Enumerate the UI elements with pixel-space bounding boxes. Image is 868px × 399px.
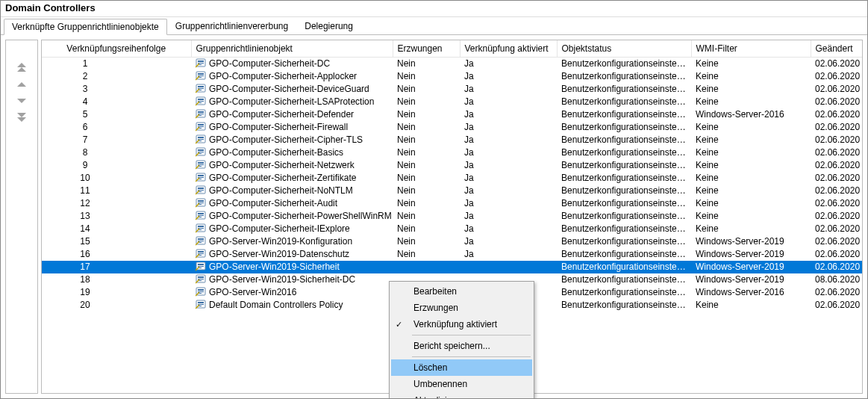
table-row[interactable]: 16GPO-Server-Win2019-DatenschutzNeinJaBe… xyxy=(42,248,863,261)
table-row[interactable]: 6GPO-Computer-Sicherheit-FirewallNeinJaB… xyxy=(42,121,863,134)
gpo-link-icon xyxy=(196,236,206,247)
table-row[interactable]: 5GPO-Computer-Sicherheit-DefenderNeinJaB… xyxy=(42,108,863,121)
col-gpo[interactable]: Gruppenrichtlinienobjekt xyxy=(191,40,393,58)
cell-erz: Nein xyxy=(393,172,460,185)
context-menu-item[interactable]: ✓Verknüpfung aktiviert xyxy=(391,316,532,332)
context-menu-label: Löschen xyxy=(413,362,447,373)
cell-erz xyxy=(393,261,460,273)
table-row[interactable]: 2GPO-Computer-Sicherheit-ApplockerNeinJa… xyxy=(42,70,863,83)
cell-gpo: GPO-Computer-Sicherheit-Defender xyxy=(191,108,393,121)
table-row[interactable]: 4GPO-Computer-Sicherheit-LSAProtectionNe… xyxy=(42,96,863,108)
gpo-name: GPO-Computer-Sicherheit-Netzwerk xyxy=(209,160,355,170)
cell-date: 08.06.2020 18: xyxy=(811,273,863,286)
context-menu-item[interactable]: Bearbeiten xyxy=(391,283,532,300)
col-date[interactable]: Geändert xyxy=(811,40,863,58)
gpo-link-icon xyxy=(196,274,206,285)
cell-status: Benutzerkonfigurationseinstellun... xyxy=(557,70,691,83)
col-link[interactable]: Verknüpfung aktiviert xyxy=(460,40,557,58)
cell-date: 02.06.2020 10: xyxy=(811,235,863,248)
tab-bar: Verknüpfte Gruppenrichtlinienobjekte Gru… xyxy=(1,17,867,35)
gpo-link-icon xyxy=(196,109,206,120)
gpo-link-icon xyxy=(196,160,206,170)
col-erz[interactable]: Erzwungen xyxy=(393,40,460,58)
move-up-icon[interactable] xyxy=(16,80,28,90)
context-menu-label: Bericht speichern... xyxy=(413,341,490,351)
tab-delegation[interactable]: Delegierung xyxy=(296,18,361,34)
cell-wmi: Keine xyxy=(691,185,811,197)
context-menu-item[interactable]: Erzwungen xyxy=(391,300,532,316)
cell-gpo: GPO-Server-Win2019-Konfiguration xyxy=(191,235,393,248)
cell-link: Ja xyxy=(460,235,557,248)
cell-wmi: Windows-Server-2019 xyxy=(691,273,811,286)
cell-link: Ja xyxy=(460,197,557,210)
col-order[interactable]: Verknüpfungsreihenfolge xyxy=(42,40,191,58)
cell-date: 02.06.2020 10: xyxy=(811,185,863,197)
context-menu-label: Umbenennen xyxy=(413,379,467,389)
move-bottom-icon[interactable] xyxy=(16,113,28,124)
cell-link: Ja xyxy=(460,172,557,185)
gpo-table[interactable]: Verknüpfungsreihenfolge Gruppenrichtlini… xyxy=(42,40,863,312)
cell-status: Benutzerkonfigurationseinstellun... xyxy=(557,273,691,286)
context-menu-item[interactable]: Aktualisieren xyxy=(391,392,532,399)
cell-erz: Nein xyxy=(393,96,460,108)
cell-gpo: GPO-Computer-Sicherheit-Netzwerk xyxy=(191,159,393,172)
gpo-link-icon xyxy=(196,211,206,221)
tab-label: Gruppenrichtlinienvererbung xyxy=(175,21,288,31)
cell-erz: Nein xyxy=(393,146,460,159)
table-row[interactable]: 3GPO-Computer-Sicherheit-DeviceGuardNein… xyxy=(42,83,863,96)
gpo-name: GPO-Computer-Sicherheit-NoNTLM xyxy=(209,185,353,196)
table-row[interactable]: 13GPO-Computer-Sicherheit-PowerShellWinR… xyxy=(42,210,863,223)
table-row[interactable]: 1GPO-Computer-Sicherheit-DCNeinJaBenutze… xyxy=(42,58,863,70)
table-row[interactable]: 10GPO-Computer-Sicherheit-ZertifikateNei… xyxy=(42,172,863,185)
cell-gpo: GPO-Computer-Sicherheit-Basics xyxy=(191,146,393,159)
context-menu-separator xyxy=(412,335,531,335)
col-status[interactable]: Objektstatus xyxy=(557,40,691,58)
cell-date: 02.06.2020 10: xyxy=(811,83,863,96)
context-menu[interactable]: BearbeitenErzwungen✓Verknüpfung aktivier… xyxy=(389,281,534,399)
cell-status: Benutzerkonfigurationseinstellun... xyxy=(557,134,691,146)
cell-gpo: GPO-Server-Win2019-Sicherheit-DC xyxy=(191,273,393,286)
gpo-name: Default Domain Controllers Policy xyxy=(209,300,343,310)
cell-link: Ja xyxy=(460,185,557,197)
table-row[interactable]: 9GPO-Computer-Sicherheit-NetzwerkNeinJaB… xyxy=(42,159,863,172)
table-row[interactable]: 15GPO-Server-Win2019-KonfigurationNeinJa… xyxy=(42,235,863,248)
move-down-icon[interactable] xyxy=(16,96,28,107)
context-menu-item[interactable]: Bericht speichern... xyxy=(391,338,532,354)
col-wmi[interactable]: WMI-Filter xyxy=(691,40,811,58)
cell-wmi: Windows-Server-2019 xyxy=(691,235,811,248)
move-top-icon[interactable] xyxy=(16,63,28,74)
cell-erz: Nein xyxy=(393,83,460,96)
gpo-link-icon xyxy=(196,96,206,107)
cell-date: 02.06.2020 10: xyxy=(811,286,863,299)
cell-link: Ja xyxy=(460,134,557,146)
cell-gpo: GPO-Server-Win2019-Sicherheit xyxy=(191,261,393,273)
context-menu-label: Verknüpfung aktiviert xyxy=(413,319,497,330)
link-order-buttons xyxy=(5,40,38,394)
context-menu-item[interactable]: Umbenennen xyxy=(391,376,532,392)
gpo-link-icon xyxy=(196,71,206,81)
cell-gpo: GPO-Computer-Sicherheit-DC xyxy=(191,58,393,70)
cell-link xyxy=(460,261,557,273)
table-row[interactable]: 11GPO-Computer-Sicherheit-NoNTLMNeinJaBe… xyxy=(42,185,863,197)
cell-link: Ja xyxy=(460,210,557,223)
cell-date: 02.06.2020 10: xyxy=(811,223,863,235)
tab-inheritance[interactable]: Gruppenrichtlinienvererbung xyxy=(167,18,296,34)
cell-link: Ja xyxy=(460,146,557,159)
cell-status: Benutzerkonfigurationseinstellun... xyxy=(557,286,691,299)
cell-status: Benutzerkonfigurationseinstellun... xyxy=(557,261,691,273)
cell-status: Benutzerkonfigurationseinstellun... xyxy=(557,197,691,210)
table-row[interactable]: 8GPO-Computer-Sicherheit-BasicsNeinJaBen… xyxy=(42,146,863,159)
gpo-name: GPO-Computer-Sicherheit-LSAProtection xyxy=(209,96,374,107)
tab-linked-gpos[interactable]: Verknüpfte Gruppenrichtlinienobjekte xyxy=(4,19,167,35)
table-row[interactable]: 17GPO-Server-Win2019-SicherheitBenutzerk… xyxy=(42,261,863,273)
table-row[interactable]: 12GPO-Computer-Sicherheit-AuditNeinJaBen… xyxy=(42,197,863,210)
gpo-name: GPO-Server-Win2019-Sicherheit xyxy=(209,262,340,272)
cell-erz: Nein xyxy=(393,121,460,134)
cell-erz: Nein xyxy=(393,159,460,172)
cell-wmi: Keine xyxy=(691,223,811,235)
context-menu-item[interactable]: Löschen xyxy=(391,359,532,376)
table-row[interactable]: 7GPO-Computer-Sicherheit-Cipher-TLSNeinJ… xyxy=(42,134,863,146)
cell-gpo: GPO-Computer-Sicherheit-LSAProtection xyxy=(191,96,393,108)
cell-link: Ja xyxy=(460,121,557,134)
table-row[interactable]: 14GPO-Computer-Sicherheit-IExploreNeinJa… xyxy=(42,223,863,235)
